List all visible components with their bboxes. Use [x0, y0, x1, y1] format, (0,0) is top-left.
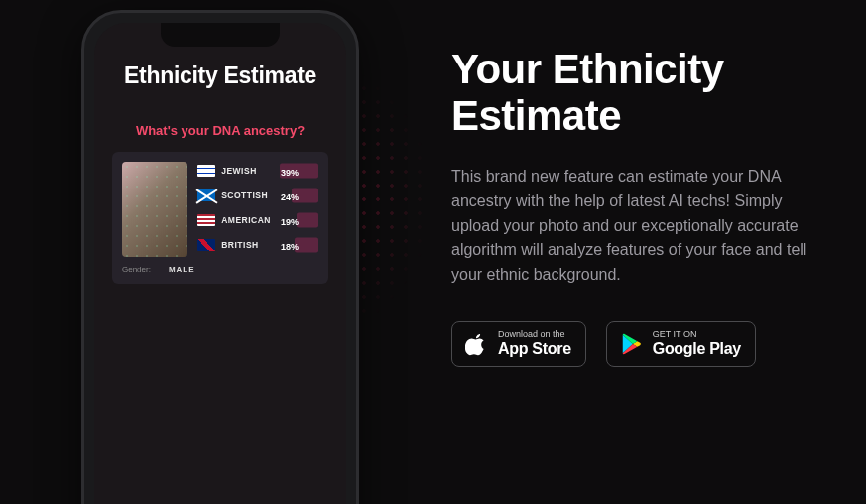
ethnicity-name: BRITISH	[221, 240, 271, 250]
app-store-big-text: App Store	[498, 340, 571, 358]
google-play-button[interactable]: GET IT ON Google Play	[606, 321, 756, 366]
phone-notch	[161, 23, 280, 47]
ethnicity-row: AMERICAN19%	[197, 211, 318, 229]
analyzed-photo	[122, 162, 187, 257]
ethnicity-percent: 24%	[277, 190, 303, 204]
screen-title: Ethnicity Estimate	[112, 63, 328, 89]
flag-icon	[197, 239, 215, 251]
ethnicity-row: JEWISH39%	[197, 162, 318, 180]
phone-mockup: Ethnicity Estimate What's your DNA ances…	[81, 10, 359, 504]
google-play-big-text: Google Play	[653, 340, 741, 358]
flag-icon	[197, 189, 215, 201]
page-headline: Your Ethnicity Estimate	[451, 46, 828, 139]
gender-label: Gender:	[122, 265, 151, 274]
ethnicity-percent: 39%	[277, 166, 303, 180]
app-store-small-text: Download on the	[498, 330, 571, 340]
app-store-button[interactable]: Download on the App Store	[451, 321, 586, 366]
ethnicity-percent: 18%	[277, 240, 303, 254]
google-play-small-text: GET IT ON	[653, 330, 741, 340]
ethnicity-name: AMERICAN	[221, 215, 271, 225]
ethnicity-name: JEWISH	[221, 166, 271, 176]
ethnicity-percent: 19%	[277, 215, 303, 229]
ethnicity-row: BRITISH18%	[197, 236, 318, 254]
screen-subtitle: What's your DNA ancestry?	[112, 123, 328, 138]
apple-icon	[464, 331, 488, 357]
flag-icon	[197, 214, 215, 226]
page-description: This brand new feature can estimate your…	[451, 165, 828, 288]
google-play-icon	[619, 331, 643, 357]
ethnicity-name: SCOTTISH	[221, 190, 271, 200]
result-card: JEWISH39%SCOTTISH24%AMERICAN19%BRITISH18…	[112, 152, 328, 284]
gender-value: MALE	[169, 265, 195, 274]
ethnicity-row: SCOTTISH24%	[197, 187, 318, 204]
flag-icon	[197, 165, 215, 177]
